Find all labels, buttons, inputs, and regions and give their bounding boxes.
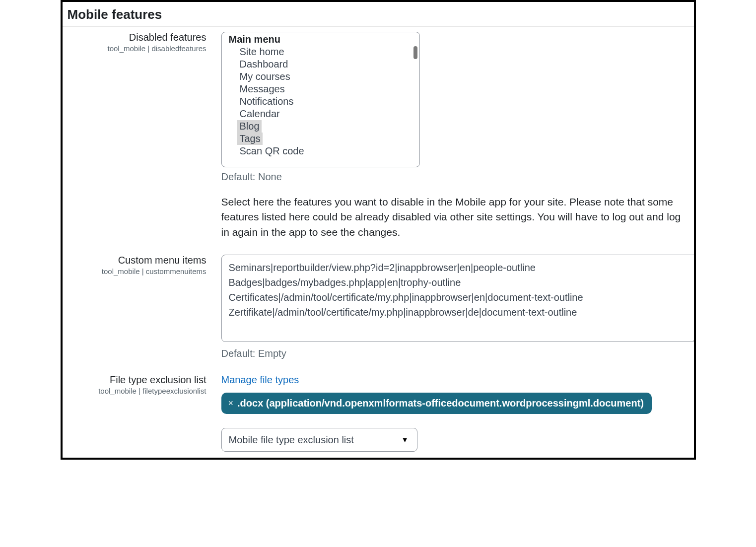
filetype-select-placeholder: Mobile file type exclusion list — [229, 434, 354, 446]
listbox-option[interactable]: Site home — [227, 46, 414, 58]
listbox-group-label: Main menu — [227, 33, 414, 46]
disabled-features-listbox[interactable]: Main menu Site home Dashboard My courses… — [221, 32, 420, 167]
listbox-option[interactable]: Calendar — [227, 108, 414, 120]
custom-menu-default: Default: Empty — [221, 348, 696, 359]
disabled-features-label: Disabled features — [68, 32, 206, 43]
filetypes-label: File type exclusion list — [68, 374, 206, 386]
setting-row-disabled-features: Disabled features tool_mobile | disabled… — [63, 32, 694, 240]
listbox-option[interactable]: My courses — [227, 70, 414, 83]
custom-menu-textarea[interactable] — [221, 255, 696, 342]
control-column: Default: Empty — [221, 255, 696, 359]
setting-row-custom-menu: Custom menu items tool_mobile | customme… — [63, 255, 694, 359]
label-column: Custom menu items tool_mobile | customme… — [68, 255, 221, 275]
control-column: Main menu Site home Dashboard My courses… — [221, 32, 689, 240]
listbox-option[interactable]: Dashboard — [227, 58, 414, 70]
label-column: File type exclusion list tool_mobile | f… — [68, 374, 221, 395]
filetype-chip-label: .docx (application/vnd.openxmlformats-of… — [237, 398, 644, 409]
filetype-select[interactable]: Mobile file type exclusion list — [221, 428, 417, 452]
control-column: Manage file types × .docx (application/v… — [221, 374, 689, 460]
custom-menu-setting-id: tool_mobile | custommenuitems — [68, 267, 206, 275]
disabled-features-description: Select here the features you want to dis… — [221, 195, 689, 240]
manage-file-types-link[interactable]: Manage file types — [221, 374, 299, 385]
custom-menu-label: Custom menu items — [68, 255, 206, 266]
page-title: Mobile features — [63, 2, 694, 26]
disabled-features-setting-id: tool_mobile | disabledfeatures — [68, 44, 206, 53]
scrollbar-thumb[interactable] — [413, 46, 417, 59]
remove-filetype-icon[interactable]: × — [228, 398, 234, 409]
filetype-chip: × .docx (application/vnd.openxmlformats-… — [221, 393, 652, 414]
listbox-option[interactable]: Notifications — [227, 95, 414, 108]
settings-window: Mobile features Disabled features tool_m… — [61, 0, 696, 460]
filetypes-default: Default: None — [221, 457, 689, 460]
setting-row-filetypes: File type exclusion list tool_mobile | f… — [63, 374, 694, 460]
filetypes-setting-id: tool_mobile | filetypeexclusionlist — [68, 387, 206, 395]
divider — [63, 26, 694, 27]
label-column: Disabled features tool_mobile | disabled… — [68, 32, 221, 53]
disabled-features-default: Default: None — [221, 171, 689, 183]
listbox-option-selected[interactable]: Blog — [237, 120, 262, 133]
listbox-option[interactable]: Scan QR code — [227, 145, 414, 157]
filetype-select-wrap: Mobile file type exclusion list ▼ — [221, 428, 417, 452]
listbox-option[interactable]: Messages — [227, 83, 414, 95]
listbox-option-selected[interactable]: Tags — [237, 133, 263, 145]
